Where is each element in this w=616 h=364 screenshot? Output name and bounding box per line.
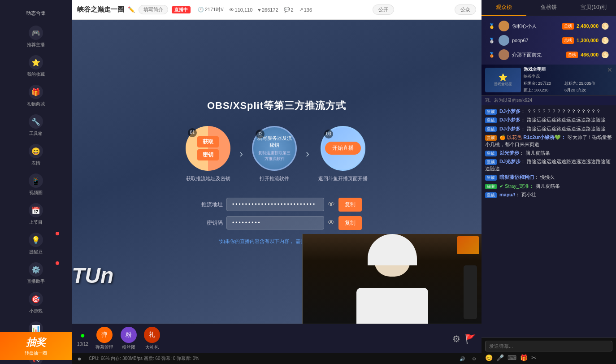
start-live-button[interactable]: 开始直播 [325, 142, 361, 155]
gift-rank-3: 🥉 [489, 52, 496, 58]
eye-toggle-icon[interactable]: 👁 [328, 200, 335, 208]
toolbar-danmu[interactable]: 弹 弹幕管理 [95, 327, 113, 351]
obs-step-3: 03 开始直播 返回斗鱼开播页面开播 [318, 126, 368, 182]
chat-msg-6: 皇族 暗影藤岱和利们： 慢慢久 [485, 174, 612, 181]
sidebar-item-assistant[interactable]: ⚙️ 直播助手 [0, 259, 72, 288]
game-banner-title: 游戏全明星 [524, 66, 604, 73]
comment-icon: 💬 [284, 7, 290, 13]
lottery-banner[interactable]: 抽奖 转盘抽一圈 [0, 332, 72, 360]
sidebar-item-tools[interactable]: 🔧 工具箱 [0, 111, 72, 140]
person-body [356, 288, 428, 324]
emoji-chat-icon[interactable]: 😊 [485, 354, 493, 361]
chat-badge-6: 皇族 [485, 175, 497, 181]
chat-input-row [485, 341, 612, 351]
chat-username-4: 以光梦步 [499, 150, 519, 156]
minigame-icon: 🎯 [29, 292, 43, 306]
chat-badge-7: 绿宠 [485, 184, 497, 190]
eye-icon: 👁 [229, 7, 234, 13]
chat-msg-4: 皇族 以光梦步： 脑儿皮筋条 [485, 150, 612, 156]
key-eye-toggle-icon[interactable]: 👁 [328, 219, 335, 227]
chat-input-area: 😊 🎤 ⌨ 🎁 ✂ [482, 338, 616, 364]
toolbar-fans-label: 粉丝团 [122, 344, 135, 351]
keyboard-icon[interactable]: ⌨ [508, 354, 516, 361]
gift-coin-2: 🌕 [601, 37, 609, 44]
bottom-toolbar: ● 10/12 弹 弹幕管理 粉 粉丝团 礼 大礼包 ⚙ 🚩 [72, 324, 482, 353]
public2-button[interactable]: 公众 [455, 4, 476, 15]
flag-icon[interactable]: 🚩 [465, 334, 476, 344]
duration-value: 2171时// [205, 6, 224, 13]
chat-username-5: DJ光梦步 [499, 159, 521, 164]
sidebar-item-minigame-label: 小游戏 [29, 308, 43, 314]
settings-icon[interactable]: ⚙ [452, 334, 460, 344]
chat-text-8: 页小壮 [521, 192, 536, 197]
gift-icon: 🎁 [29, 85, 43, 99]
lottery-sub: 转盘抽一圈 [4, 350, 67, 356]
chat-emoji-7: ✔ Stray_宠准： [499, 183, 534, 189]
introduce-button[interactable]: 填写简介 [139, 5, 168, 14]
likes-value: 266172 [262, 7, 278, 13]
game-banner-close-icon[interactable]: ✕ [607, 66, 612, 74]
comments-value: 2 [291, 7, 294, 13]
gift-amount-1: 2,480,000 [577, 23, 599, 29]
chat-badge-5: 皇族 [485, 159, 497, 165]
stream-addr-input[interactable] [226, 198, 324, 211]
chat-text-4: 脑儿皮筋条 [525, 150, 550, 156]
chat-text-0: ？？？？？？？？？？？？？？？ [527, 108, 601, 114]
remind-badge [56, 232, 59, 235]
tab-fishcake[interactable]: 鱼榜饼 [526, 0, 571, 16]
stream-addr-copy-button[interactable]: 复制 [338, 198, 362, 212]
favorite-icon: ⭐ [29, 55, 43, 69]
obs-title: OBS/XSplit等第三方推流方式 [207, 99, 346, 113]
stats-bar: 直播中 🕐 2171时// 👁 110,110 ♥ 266172 💬 2 ↗ 1… [172, 6, 312, 13]
right-sidebar: 观众榜 鱼榜饼 宝贝(10)刚 🥇 你和心小人 总榜 2,480,000 🌕 🥈… [482, 0, 616, 364]
sidebar-item-emoji[interactable]: 😄 表情 [0, 140, 72, 170]
gift-avatar-2 [499, 35, 509, 46]
public-button[interactable]: 公开 [373, 4, 394, 15]
tab-baby[interactable]: 宝贝(10)刚 [571, 0, 616, 16]
recommend-icon: 🎮 [29, 26, 43, 40]
step1-num: 01 [188, 128, 197, 137]
share-icon: ↗ [299, 7, 303, 13]
sidebar-item-gift[interactable]: 🎁 礼物商城 [0, 81, 72, 111]
stream-addr-label: 推流地址 [191, 201, 223, 208]
tab-viewers[interactable]: 观众榜 [482, 0, 526, 16]
sidebar-item-video[interactable]: 📱 视频圈 [0, 170, 72, 199]
gift-avatar-3 [499, 49, 509, 60]
sidebar-item-remind-label: 提醒豆 [29, 249, 43, 255]
main-content: 峡谷之巅走一圈 ✏️ 填写简介 直播中 🕐 2171时// 👁 110,110 … [72, 0, 482, 364]
stream-key-input[interactable] [226, 216, 324, 230]
chat-emoji-3: 🍊 以花色 [499, 134, 522, 140]
shares-value: 136 [304, 7, 312, 13]
sidebar-item-remind[interactable]: 💡 提醒豆 [0, 229, 72, 259]
chat-username-2: DJ小梦多 [499, 126, 521, 131]
mic-icon[interactable]: 🎤 [496, 354, 504, 361]
comments-stat: 💬 2 [284, 7, 294, 13]
assistant-badge [56, 261, 59, 265]
sidebar-item-favorite[interactable]: ⭐ 我的收藏 [0, 52, 72, 81]
chat-username-8: mayu// [499, 192, 515, 197]
webcam-overlay [302, 234, 482, 324]
chat-badge-1: 皇族 [485, 117, 497, 123]
game-banner-info: 游戏全明星 峡谷争况 积累金: 25万20 总积光: 25,035位 距上: 1… [524, 66, 604, 93]
chat-username-0: DJ小梦多 [499, 108, 521, 114]
chat-text-2: 路途远途远途路途远途远途路途随途 [527, 126, 606, 131]
toolbar-giftpack[interactable]: 礼 大礼包 [144, 327, 160, 351]
chat-msg-8: 皇族 mayu//： 页小壮 [485, 191, 612, 198]
live-dot: ● [80, 331, 85, 340]
step3-label: 返回斗鱼开播页面开播 [318, 175, 368, 182]
sidebar-item-minigame[interactable]: 🎯 小游戏 [0, 288, 72, 318]
sidebar-item-recommend[interactable]: 🎮 推荐主播 [0, 22, 72, 52]
sidebar-item-schedule[interactable]: 📅 上节目 [0, 199, 72, 229]
stream-key-copy-button[interactable]: 复制 [338, 216, 362, 230]
settings-small-icon[interactable]: ⚙ [472, 356, 476, 361]
chat-input[interactable] [485, 341, 612, 351]
toolbar-fans[interactable]: 粉 粉丝团 [121, 327, 137, 351]
room-item-orange [457, 236, 479, 254]
volume-icon[interactable]: 🔊 [460, 356, 465, 361]
gift-chat-icon[interactable]: 🎁 [520, 354, 528, 361]
sidebar-top[interactable]: 动态合集 [0, 4, 72, 22]
step1-circle: 01 获取 密钥 [186, 126, 230, 171]
edit-icon[interactable]: ✏️ [128, 6, 135, 13]
scissors-icon[interactable]: ✂ [531, 354, 537, 361]
gift-item-3: 🥉 介那下面前先 总榜 466,000 🌕 [486, 48, 612, 62]
